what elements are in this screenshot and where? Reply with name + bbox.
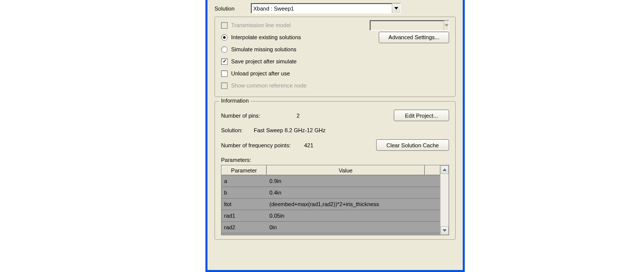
edit-project-button[interactable]: Edit Project... bbox=[394, 110, 449, 121]
simulate-missing-radio[interactable] bbox=[221, 46, 228, 53]
pins-row: Number of pins: 2 Edit Project... bbox=[221, 110, 449, 121]
solution-label: Solution bbox=[214, 6, 251, 12]
check-icon: ✓ bbox=[223, 59, 227, 64]
cell-param: rad1 bbox=[222, 213, 267, 219]
cell-value: 0.05in bbox=[267, 213, 440, 219]
clear-cache-button[interactable]: Clear Solution Cache bbox=[376, 139, 449, 151]
interpolate-row: Interpolate existing solutions Advanced … bbox=[221, 33, 449, 41]
table-row[interactable]: rad2 0in bbox=[222, 222, 440, 233]
parameters-table: Parameter Value a 0.9in b 0.4in bbox=[221, 165, 449, 235]
params-label: Parameters: bbox=[221, 157, 449, 163]
solution-input[interactable] bbox=[251, 4, 392, 13]
solution-info-value: Fast Sweep 8.2 GHz-12 GHz bbox=[254, 127, 325, 133]
solution-combo[interactable] bbox=[251, 3, 401, 14]
cell-value: (deembed+max(rad1,rad2))*2+iris_thicknes… bbox=[267, 201, 440, 207]
cell-value: 0.9in bbox=[267, 178, 440, 184]
scroll-track[interactable] bbox=[441, 174, 449, 226]
unload-project-row: Unload project after use bbox=[221, 69, 449, 77]
table-row[interactable]: b 0.4in bbox=[222, 187, 440, 199]
cell-value: 0in bbox=[267, 224, 440, 230]
table-scrollbar[interactable] bbox=[440, 165, 449, 235]
col-value[interactable]: Value bbox=[267, 165, 425, 175]
table-row[interactable]: a 0.9in bbox=[222, 175, 440, 187]
col-blank bbox=[425, 165, 440, 175]
show-common-ref-label: Show common reference node bbox=[231, 82, 307, 88]
cell-param: rad2 bbox=[222, 224, 267, 230]
simulate-missing-label: Simulate missing solutions bbox=[231, 46, 297, 52]
parameters-table-main: Parameter Value a 0.9in b 0.4in bbox=[222, 165, 440, 235]
table-row[interactable]: rad1 0.05in bbox=[222, 210, 440, 222]
scroll-up-button[interactable] bbox=[441, 165, 449, 174]
chevron-up-icon bbox=[443, 168, 447, 171]
transmission-line-row: Transmission line model bbox=[221, 21, 449, 29]
scroll-down-button[interactable] bbox=[441, 226, 449, 235]
save-project-row: ✓ Save project after simulate bbox=[221, 57, 449, 65]
freq-row: Number of frequency points: 421 Clear So… bbox=[221, 139, 449, 151]
freq-label: Number of frequency points: bbox=[221, 142, 304, 148]
simulate-missing-row: Simulate missing solutions bbox=[221, 45, 449, 53]
chevron-down-icon bbox=[445, 24, 449, 27]
cell-value: 0.4in bbox=[267, 190, 440, 196]
radio-dot-icon bbox=[223, 36, 226, 39]
save-project-checkbox[interactable]: ✓ bbox=[221, 58, 228, 65]
solution-info-row: Solution: Fast Sweep 8.2 GHz-12 GHz bbox=[221, 127, 449, 133]
freq-value: 421 bbox=[304, 142, 334, 148]
table-row[interactable]: ltot (deembed+max(rad1,rad2))*2+iris_thi… bbox=[222, 199, 440, 210]
unload-project-checkbox[interactable] bbox=[221, 70, 228, 77]
chevron-down-icon bbox=[394, 7, 398, 10]
save-project-label: Save project after simulate bbox=[231, 58, 297, 64]
interpolate-label: Interpolate existing solutions bbox=[231, 34, 301, 40]
transmission-line-combo-button bbox=[444, 21, 449, 30]
col-parameter[interactable]: Parameter bbox=[222, 165, 267, 175]
parameters-table-body: a 0.9in b 0.4in ltot (deembed+max(rad1,r… bbox=[222, 175, 440, 233]
transmission-line-label: Transmission line model bbox=[231, 22, 291, 28]
interpolate-radio[interactable] bbox=[221, 34, 228, 41]
solution-info-label: Solution: bbox=[221, 127, 254, 133]
solution-dropdown-button[interactable] bbox=[392, 4, 400, 13]
unload-project-label: Unload project after use bbox=[231, 70, 290, 76]
solution-row: Solution bbox=[214, 3, 456, 14]
show-common-ref-row: Show common reference node bbox=[221, 81, 449, 89]
chevron-down-icon bbox=[443, 229, 447, 232]
transmission-line-combo-input bbox=[370, 21, 444, 30]
dialog-content: Solution Transmission line model bbox=[207, 0, 463, 240]
transmission-line-checkbox bbox=[221, 22, 228, 29]
cell-param: b bbox=[222, 190, 267, 196]
show-common-ref-checkbox bbox=[221, 82, 228, 89]
pins-value: 2 bbox=[297, 113, 342, 119]
transmission-line-combo bbox=[370, 20, 449, 31]
dialog-frame: Solution Transmission line model bbox=[205, 0, 465, 272]
pins-label: Number of pins: bbox=[221, 113, 297, 119]
cell-param: ltot bbox=[222, 201, 267, 207]
options-panel: Transmission line model Interpolate exis… bbox=[214, 17, 456, 97]
cell-param: a bbox=[222, 178, 267, 184]
information-panel: Information Number of pins: 2 Edit Proje… bbox=[214, 101, 456, 240]
advanced-settings-button[interactable]: Advanced Settings... bbox=[379, 32, 449, 43]
parameters-table-header: Parameter Value bbox=[222, 165, 440, 175]
information-legend: Information bbox=[219, 98, 251, 104]
